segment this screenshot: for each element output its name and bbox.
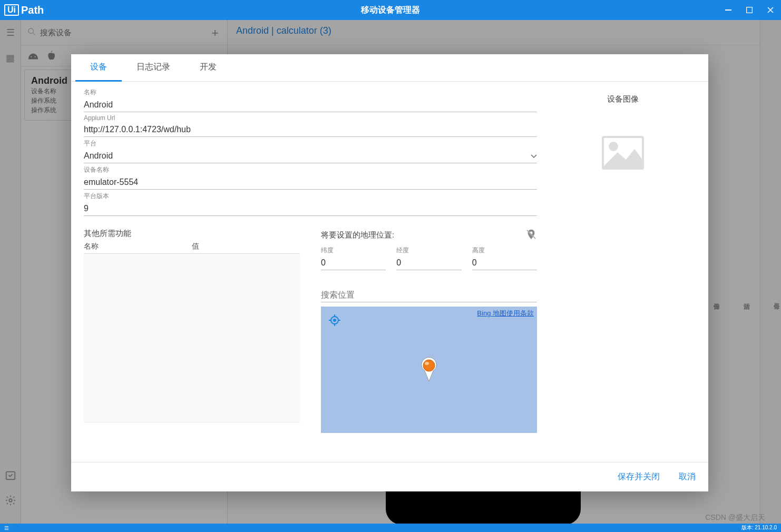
lower-row: 其他所需功能 名称 值 将要设置的地理位置: (84, 229, 537, 433)
svg-point-12 (610, 143, 617, 150)
logo-ui-box: Ui (4, 4, 19, 16)
tab-device[interactable]: 设备 (75, 54, 122, 82)
geo-section: 将要设置的地理位置: 纬度 经度 (321, 229, 537, 433)
platform-select[interactable]: Android (84, 149, 537, 163)
titlebar: Ui Path 移动设备管理器 (0, 0, 781, 20)
modal-content: 名称 Appium Url 平台 Android 设备名称 (71, 82, 708, 462)
modal-tabs: 设备 日志记录 开发 (71, 54, 708, 82)
svg-point-8 (334, 319, 336, 321)
name-input[interactable] (84, 98, 537, 112)
status-bar: ☰ 版本: 21.10.2.0 (0, 524, 781, 532)
field-devname: 设备名称 (84, 165, 537, 190)
status-menu-icon[interactable]: ☰ (4, 525, 9, 531)
capabilities-body[interactable] (84, 254, 300, 422)
device-edit-modal: 设备 日志记录 开发 名称 Appium Url 平台 Android (71, 54, 708, 491)
locate-me-icon[interactable] (328, 314, 341, 327)
svg-rect-0 (725, 9, 731, 11)
minimize-icon (725, 9, 731, 11)
appium-label: Appium Url (84, 114, 537, 122)
platform-value: Android (84, 151, 113, 161)
svg-rect-1 (747, 7, 753, 13)
field-platform: 平台 Android (84, 139, 537, 163)
device-image-title: 设备图像 (550, 94, 696, 104)
devname-input[interactable] (84, 175, 537, 190)
minimize-button[interactable] (718, 0, 739, 20)
capabilities-title: 其他所需功能 (84, 229, 300, 239)
field-lon: 经度 (396, 246, 461, 270)
devname-label: 设备名称 (84, 165, 537, 174)
chevron-down-icon (531, 151, 537, 161)
platform-label: 平台 (84, 139, 537, 148)
name-label: 名称 (84, 88, 537, 97)
lat-input[interactable] (321, 256, 386, 270)
alt-label: 高度 (472, 246, 537, 255)
platver-input[interactable] (84, 202, 537, 216)
window-title: 移动设备管理器 (361, 5, 420, 16)
cap-col-value: 值 (192, 242, 300, 251)
platver-label: 平台版本 (84, 192, 537, 201)
maximize-button[interactable] (739, 0, 760, 20)
window-controls (718, 0, 781, 20)
geo-title-text: 将要设置的地理位置: (321, 230, 394, 240)
svg-point-10 (425, 362, 429, 365)
tab-dev[interactable]: 开发 (185, 54, 231, 81)
close-button[interactable] (760, 0, 781, 20)
lon-label: 经度 (396, 246, 461, 255)
cancel-button[interactable]: 取消 (679, 471, 696, 482)
lat-label: 纬度 (321, 246, 386, 255)
version-text: 版本: 21.10.2.0 (741, 524, 777, 531)
capabilities-section: 其他所需功能 名称 值 (84, 229, 300, 433)
map-pin-icon (419, 357, 438, 385)
location-search-input[interactable] (321, 288, 537, 302)
field-alt: 高度 (472, 246, 537, 270)
appium-input[interactable] (84, 123, 537, 137)
field-lat: 纬度 (321, 246, 386, 270)
bing-terms-link[interactable]: Bing 地图使用条款 (477, 309, 534, 318)
watermark: CSDN @盛大启天 (705, 513, 765, 523)
logo-path: Path (21, 4, 44, 16)
close-icon (767, 7, 774, 13)
alt-input[interactable] (472, 256, 537, 270)
field-loc-search (321, 288, 537, 302)
capabilities-header: 名称 值 (84, 242, 300, 254)
form-column: 名称 Appium Url 平台 Android 设备名称 (84, 88, 537, 462)
field-name: 名称 (84, 88, 537, 112)
cap-col-name: 名称 (84, 242, 192, 251)
tab-log[interactable]: 日志记录 (122, 54, 185, 81)
geo-title: 将要设置的地理位置: (321, 229, 537, 242)
lon-input[interactable] (396, 256, 461, 270)
modal-footer: 保存并关闭 取消 (71, 462, 708, 491)
save-close-button[interactable]: 保存并关闭 (618, 471, 660, 482)
image-column: 设备图像 (537, 88, 696, 462)
field-appium: Appium Url (84, 114, 537, 137)
geo-inputs: 纬度 经度 高度 (321, 246, 537, 272)
image-placeholder-icon[interactable] (602, 136, 644, 170)
logo: Ui Path (4, 4, 44, 16)
map[interactable]: Bing 地图使用条款 (321, 307, 537, 433)
location-off-icon[interactable] (525, 229, 537, 242)
field-platver: 平台版本 (84, 192, 537, 216)
maximize-icon (746, 7, 753, 13)
svg-point-9 (423, 360, 435, 371)
